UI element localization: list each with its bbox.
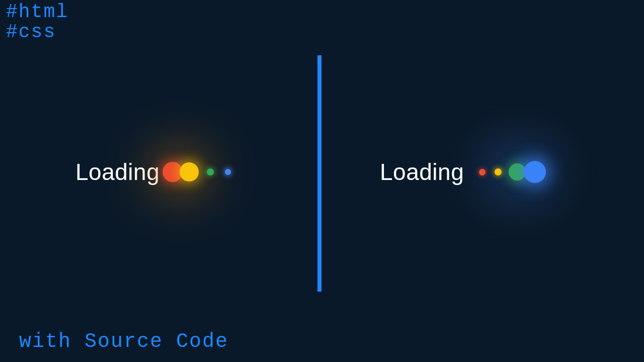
- loading-demo-left: Loading: [75, 158, 231, 186]
- dots-right: [467, 161, 546, 183]
- vertical-divider: [317, 55, 321, 292]
- hashtag-css: #css: [6, 22, 68, 42]
- footer-caption: with Source Code: [19, 330, 228, 353]
- dot-yellow-icon: [180, 162, 199, 182]
- loading-label-right: Loading: [380, 158, 464, 186]
- hashtag-html: #html: [6, 2, 68, 22]
- dots-left: [163, 162, 231, 182]
- dot-green-icon: [509, 163, 526, 180]
- dot-red-icon: [479, 169, 486, 175]
- hashtag-block: #html #css: [6, 2, 68, 42]
- dot-blue-icon: [524, 161, 546, 183]
- loading-demo-right: Loading: [380, 158, 546, 186]
